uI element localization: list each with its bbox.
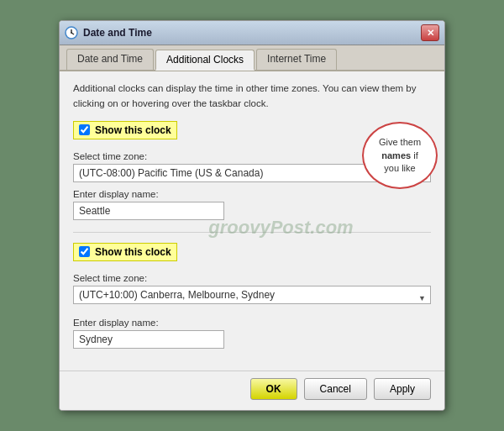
- button-bar: OK Cancel Apply: [60, 371, 444, 410]
- annotation-bubble: Give them names ifyou like: [362, 122, 438, 189]
- annotation-bold: names: [381, 150, 411, 160]
- dialog-title: Date and Time: [83, 27, 152, 39]
- clock2-displayname-input[interactable]: [73, 330, 224, 349]
- title-bar: Date and Time ✕: [60, 21, 444, 45]
- clock2-section: Show this clock Select time zone: (UTC+1…: [73, 243, 431, 349]
- clock2-timezone-label: Select time zone:: [73, 273, 431, 283]
- clock-icon: [65, 26, 78, 39]
- clock1-checkbox-label: Show this clock: [95, 124, 171, 136]
- clock2-checkbox-label: Show this clock: [95, 246, 171, 258]
- annotation-text: Give them names ifyou like: [369, 136, 431, 175]
- close-button[interactable]: ✕: [421, 24, 439, 41]
- tab-content: groovyPost.com Give them names ifyou lik…: [60, 71, 444, 371]
- cancel-button[interactable]: Cancel: [304, 378, 367, 400]
- svg-point-3: [71, 32, 72, 34]
- tab-date-time[interactable]: Date and Time: [66, 49, 154, 70]
- ok-button[interactable]: OK: [250, 378, 297, 400]
- clock2-checkbox-row[interactable]: Show this clock: [73, 243, 177, 261]
- clock2-displayname-label: Enter display name:: [73, 318, 431, 328]
- description-text: Additional clocks can display the time i…: [73, 81, 431, 111]
- clock1-displayname-input[interactable]: [73, 202, 224, 220]
- dialog-window: Date and Time ✕ Date and Time Additional…: [59, 20, 445, 411]
- tab-additional-clocks[interactable]: Additional Clocks: [155, 50, 255, 71]
- clock2-timezone-select[interactable]: (UTC+10:00) Canberra, Melbourne, Sydney: [73, 286, 431, 304]
- title-bar-left: Date and Time: [65, 26, 152, 39]
- clock1-checkbox[interactable]: [79, 124, 90, 135]
- clock2-timezone-wrapper: (UTC+10:00) Canberra, Melbourne, Sydney: [73, 286, 431, 311]
- clock1-checkbox-row[interactable]: Show this clock: [73, 121, 177, 139]
- apply-button[interactable]: Apply: [374, 378, 431, 400]
- tab-bar: Date and Time Additional Clocks Internet…: [60, 45, 444, 71]
- clock2-checkbox[interactable]: [79, 246, 90, 257]
- clock1-displayname-label: Enter display name:: [73, 189, 431, 199]
- tab-internet-time[interactable]: Internet Time: [256, 49, 337, 70]
- clock-divider: [73, 232, 431, 233]
